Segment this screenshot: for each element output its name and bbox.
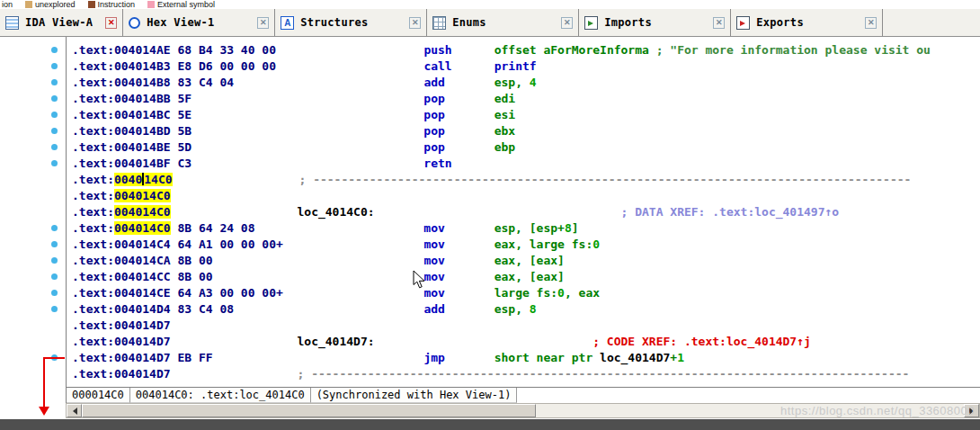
tab-exports[interactable]: Exports✕ [731, 9, 883, 36]
bottom-window-edge [0, 419, 980, 430]
asm-line[interactable]: .text:004014BE 5D pop ebp [72, 139, 980, 156]
asm-line[interactable]: .text:004014C0 [72, 188, 980, 204]
legend-color-swatch [88, 1, 95, 8]
address: 004014BD [114, 124, 171, 138]
opcode-bytes: 5F [177, 92, 192, 105]
operand: esi [494, 108, 515, 121]
segment-prefix: .text: [72, 286, 114, 300]
asm-line[interactable]: .text:004014BC 5E pop esi [72, 107, 980, 123]
operand: ebp [494, 140, 515, 154]
address: 004014BC [114, 108, 171, 121]
instruction-dot [51, 63, 58, 69]
scroll-thumb[interactable] [82, 404, 536, 417]
tab-label: Exports [756, 16, 804, 29]
instruction-dot [51, 144, 58, 150]
address: 004014C4 [114, 237, 171, 251]
jump-arrow-head-icon [39, 407, 49, 416]
asm-line[interactable]: .text:004014BB 5F pop edi [72, 91, 980, 107]
operand: eax, [eax] [494, 270, 565, 283]
operand: esp, [494, 76, 530, 89]
close-tab-icon[interactable]: ✕ [713, 17, 725, 29]
arrow-gutter [0, 37, 66, 387]
status-sync: (Synchronized with Hex View-1) [311, 388, 518, 403]
operand: esp, [494, 302, 530, 316]
legend-bar: ion unexploredInstructionExternal symbol [0, 0, 980, 9]
asm-line[interactable]: .text:004014AE 68 B4 33 40 00 push offse… [72, 42, 980, 58]
close-tab-icon[interactable]: ✕ [409, 17, 421, 29]
opcode-bytes: 83 C4 08 [177, 302, 234, 316]
close-tab-icon[interactable]: ✕ [865, 17, 877, 29]
asm-line[interactable]: .text:004014D7 EB FF jmp short near ptr … [72, 350, 980, 366]
mouse-cursor [413, 270, 428, 291]
segment-prefix: .text: [72, 189, 114, 202]
asm-line[interactable]: .text:004014C0 8B 64 24 08 mov esp, [esp… [72, 220, 980, 237]
asm-line[interactable]: .text:004014B3 E8 D6 00 00 00 call print… [72, 58, 980, 75]
mnemonic: pop [423, 108, 444, 121]
operand: offset aForMoreInforma [494, 43, 649, 57]
opcode-bytes: 5E [177, 108, 192, 121]
operand: ] [572, 221, 579, 235]
disassembly-listing[interactable]: .text:004014AE 68 B4 33 40 00 push offse… [66, 37, 980, 387]
tab-label: IDA View-A [25, 16, 93, 29]
address: 004014BB [114, 92, 171, 105]
code-label: loc_4014D7: [297, 335, 374, 348]
close-tab-icon[interactable]: ✕ [561, 17, 573, 29]
status-file-offset: 000014C0 [67, 388, 130, 403]
mnemonic: pop [423, 140, 444, 154]
tab-label: Enums [452, 16, 486, 29]
address-highlighted: 004014C0 [114, 189, 171, 202]
asm-line[interactable]: .text:004014B8 83 C4 04 add esp, 4 [72, 75, 980, 91]
mnemonic: add [423, 76, 444, 89]
tab-ida-view-a[interactable]: IDA View-A✕ [0, 9, 123, 36]
tab-structures[interactable]: AStructures✕ [275, 9, 427, 36]
close-tab-icon[interactable]: ✕ [105, 17, 117, 29]
address: 004014D7 [114, 351, 171, 364]
address: 004014AE [114, 43, 171, 57]
asm-line[interactable]: .text:004014BD 5B pop ebx [72, 123, 980, 139]
comment: ; CODE XREF: .text:loc_4014D7↑j [592, 335, 811, 348]
asm-line[interactable]: .text:004014D7 [72, 318, 980, 334]
mnemonic: pop [423, 92, 444, 105]
asm-line[interactable]: .text:004014CE 64 A3 00 00 00+ mov large… [72, 285, 980, 301]
tab-imports[interactable]: Imports✕ [579, 9, 731, 36]
opcode-bytes: E8 D6 00 00 00 [177, 59, 276, 73]
segment-prefix: .text: [72, 318, 114, 332]
mnemonic: add [423, 302, 444, 316]
asm-line[interactable]: .text:004014CA 8B 00 mov eax, [eax] [72, 253, 980, 269]
operand: ebx [494, 124, 515, 138]
asm-line[interactable]: .text:004014D7 loc_4014D7: ; CODE XREF: … [72, 334, 980, 350]
instruction-dot [51, 306, 58, 312]
watermark: https://blog.csdn.net/qq_33608000 [780, 403, 975, 418]
instruction-dot [51, 225, 58, 231]
segment-prefix: .text: [72, 351, 114, 364]
asm-line[interactable]: .text:004014D4 83 C4 08 add esp, 8 [72, 301, 980, 318]
asm-line[interactable]: .text:004014CC 8B 00 mov eax, [eax] [72, 269, 980, 285]
operand: loc_4014D7 [600, 351, 670, 364]
enums-icon [432, 16, 446, 30]
segment-prefix: .text: [72, 221, 114, 235]
scroll-left-button[interactable] [67, 404, 82, 417]
tab-enums[interactable]: Enums✕ [427, 9, 579, 36]
address-highlighted: 004014C0 [114, 205, 171, 219]
asm-line[interactable]: .text:004014C0 loc_4014C0: ; DATA XREF: … [72, 204, 980, 220]
asm-line[interactable]: .text:004014C4 64 A1 00 00 00+ mov eax, … [72, 237, 980, 253]
legend-color-swatch [25, 1, 32, 8]
address: 004014D7 [114, 335, 171, 348]
mnemonic: call [423, 59, 451, 73]
jump-arrow-vertical [43, 357, 45, 408]
close-tab-icon[interactable]: ✕ [257, 17, 269, 29]
segment-prefix: .text: [72, 237, 114, 251]
asm-line[interactable]: .text:004014D7 ; -----------------------… [72, 366, 980, 382]
segment-prefix: .text: [72, 92, 114, 105]
status-location: 004014C0: .text:loc_4014C0 [130, 388, 311, 403]
operand: 0 [592, 237, 600, 251]
code-label: loc_4014C0: [297, 205, 374, 219]
asm-line[interactable]: .text:004014BF C3 retn [72, 156, 980, 172]
operand: eax, large fs: [494, 237, 593, 251]
mnemonic: retn [423, 157, 451, 170]
jump-arrow-horizontal [43, 357, 65, 359]
asm-line[interactable]: .text:004014C0 ; -----------------------… [72, 172, 980, 188]
address-part: 14C0 [144, 173, 172, 186]
tab-hex-view-1[interactable]: Hex View-1✕ [123, 9, 275, 36]
segment-prefix: .text: [72, 59, 114, 73]
